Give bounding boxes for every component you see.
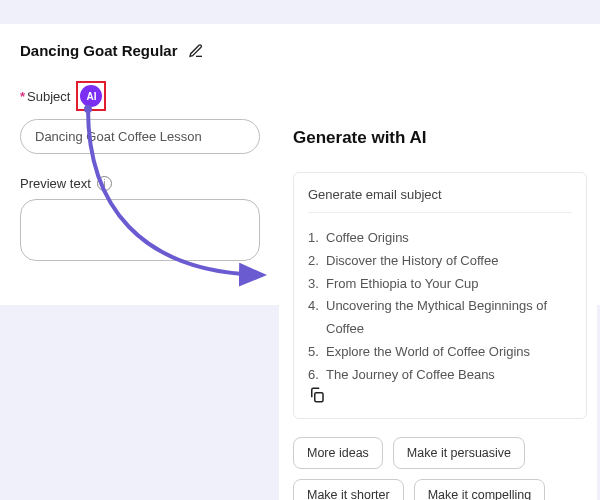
list-item[interactable]: 4.Uncovering the Mythical Beginnings of … — [308, 295, 572, 341]
chip-persuasive[interactable]: Make it persuasive — [393, 437, 525, 469]
list-item[interactable]: 3.From Ethiopia to Your Cup — [308, 273, 572, 296]
svg-rect-1 — [315, 393, 323, 402]
ai-suggestion-card: Generate email subject 1.Coffee Origins … — [293, 172, 587, 419]
suggestion-text: Discover the History of Coffee — [326, 250, 498, 273]
chip-compelling[interactable]: Make it compelling — [414, 479, 546, 500]
chip-more-ideas[interactable]: More ideas — [293, 437, 383, 469]
title-row: Dancing Goat Regular — [20, 42, 580, 59]
list-item[interactable]: 1.Coffee Origins — [308, 227, 572, 250]
chip-shorter[interactable]: Make it shorter — [293, 479, 404, 500]
subject-label-row: *Subject AI — [20, 81, 580, 111]
subject-input[interactable] — [20, 119, 260, 154]
ai-badge-highlight: AI — [76, 81, 106, 111]
ai-suggestion-list: 1.Coffee Origins 2.Discover the History … — [308, 227, 572, 386]
ai-card-heading: Generate email subject — [308, 187, 572, 213]
ai-refine-chips: More ideas Make it persuasive Make it sh… — [293, 437, 587, 500]
suggestion-text: Coffee Origins — [326, 227, 409, 250]
list-item[interactable]: 6.The Journey of Coffee Beans — [308, 364, 572, 387]
ai-popover: Generate with AI Generate email subject … — [279, 118, 597, 500]
subject-label: Subject — [27, 89, 70, 104]
page-title: Dancing Goat Regular — [20, 42, 178, 59]
preview-label: Preview text — [20, 176, 91, 191]
required-marker: *Subject — [20, 89, 70, 104]
list-item[interactable]: 5.Explore the World of Coffee Origins — [308, 341, 572, 364]
preview-textarea[interactable] — [20, 199, 260, 261]
suggestion-text: Uncovering the Mythical Beginnings of Co… — [326, 295, 572, 341]
suggestion-text: From Ethiopia to Your Cup — [326, 273, 478, 296]
suggestion-text: The Journey of Coffee Beans — [326, 364, 495, 387]
ai-badge-button[interactable]: AI — [80, 85, 102, 107]
edit-icon[interactable] — [188, 43, 204, 59]
ai-popover-title: Generate with AI — [293, 128, 587, 148]
info-icon[interactable]: i — [97, 176, 112, 191]
suggestion-text: Explore the World of Coffee Origins — [326, 341, 530, 364]
copy-icon[interactable] — [308, 390, 326, 407]
list-item[interactable]: 2.Discover the History of Coffee — [308, 250, 572, 273]
